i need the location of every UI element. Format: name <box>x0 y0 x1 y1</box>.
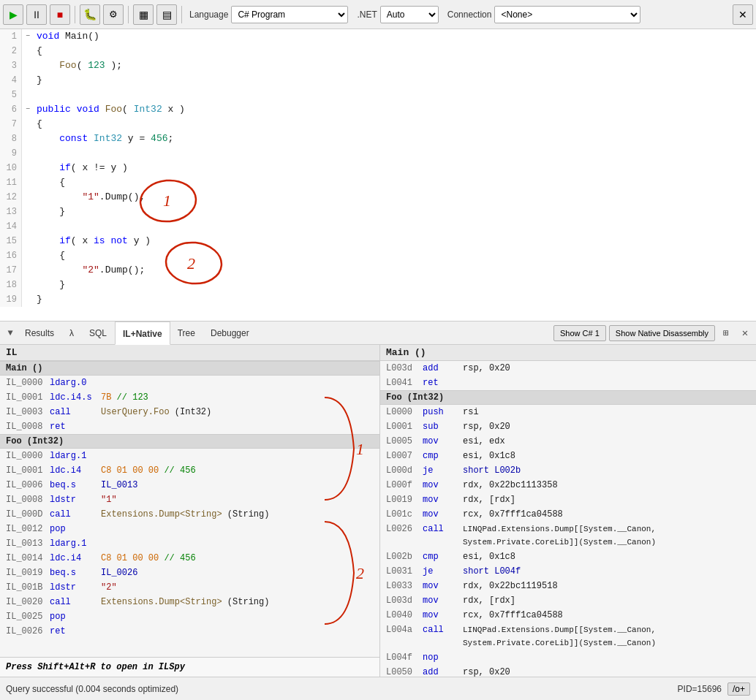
tab-lambda[interactable]: λ <box>62 322 82 345</box>
table-button[interactable]: ▤ <box>156 4 177 25</box>
line-content-2[interactable]: { <box>34 44 756 58</box>
stop-button[interactable]: ■ <box>50 4 70 25</box>
code-line-19: 19 } <box>0 292 756 307</box>
dotnet-select[interactable]: Auto <box>380 6 439 23</box>
nat-arg: rcx, 0x7fff1ca04588 <box>463 508 750 521</box>
tab-tree[interactable]: Tree <box>170 322 203 345</box>
il-arg: 7B // 123 <box>101 391 374 404</box>
nat-offset: L000f <box>386 479 423 492</box>
line-number-12: 12 <box>0 190 22 205</box>
nat-row: L0001 sub rsp, 0x20 <box>380 419 756 434</box>
grid-button[interactable]: ▦ <box>133 4 154 25</box>
il-op: ldarg.1 <box>50 449 101 463</box>
nat-row: L0050 add rsp, 0x20 <box>380 665 756 677</box>
line-content-11[interactable]: { <box>34 175 756 190</box>
nat-row: L0033 mov rdx, 0x22bc1119518 <box>380 579 756 593</box>
language-label: Language <box>189 9 228 20</box>
il-op: ldstr <box>50 493 101 506</box>
il-op: call <box>50 596 101 609</box>
line-content-3[interactable]: Foo( 123 ); <box>34 58 756 73</box>
collapse-1[interactable]: − <box>22 29 34 44</box>
tab-actions: Show C# 1 Show Native Disassembly ⊞ ✕ <box>553 325 753 341</box>
il-offset: IL_0020 <box>6 596 50 609</box>
tab-sql[interactable]: SQL <box>82 322 115 345</box>
line-number-10: 10 <box>0 161 22 175</box>
tab-scroll-left[interactable]: ▼ <box>3 326 18 341</box>
nat-offset: L0041 <box>386 376 423 389</box>
line-content-13[interactable]: } <box>34 205 756 219</box>
bottom-tab-bar: ▼ Results λ SQL IL+Native Tree Debugger … <box>0 322 756 345</box>
line-content-4[interactable]: } <box>34 73 756 88</box>
tab-results[interactable]: Results <box>18 322 62 345</box>
line-content-18[interactable]: } <box>34 278 756 292</box>
nat-row: L0031 je short L004f <box>380 564 756 579</box>
il-offset: IL_0014 <box>6 552 50 565</box>
il-row: IL_0000 ldarg.0 <box>0 376 379 390</box>
il-panel-content[interactable]: Main () IL_0000 ldarg.0 IL_0001 ldc.i4.s… <box>0 361 379 657</box>
line-content-6[interactable]: public void Foo( Int32 x ) <box>34 102 756 117</box>
code-line-18: 18 } <box>0 278 756 292</box>
nat-op: mov <box>423 479 463 492</box>
nat-op: ret <box>423 376 463 389</box>
il-arg: IL_0026 <box>101 566 374 579</box>
code-line-5: 5 <box>0 88 756 102</box>
line-content-19[interactable]: } <box>34 292 756 307</box>
il-arg: UserQuery.Foo (Int32) <box>101 406 374 419</box>
close-main-button[interactable]: ✕ <box>733 4 753 25</box>
line-content-16[interactable]: { <box>34 248 756 263</box>
nat-offset: L0019 <box>386 493 423 506</box>
il-op: call <box>50 406 101 419</box>
nat-offset: L003d <box>386 362 423 375</box>
language-select[interactable]: C# Program <box>231 6 348 23</box>
il-op: beq.s <box>50 479 101 492</box>
line-content-10[interactable]: if( x != y ) <box>34 161 756 175</box>
il-op: ldc.i4 <box>50 552 101 565</box>
line-content-1[interactable]: void Main() <box>34 29 756 44</box>
expand-panel-icon[interactable]: ⊞ <box>718 325 734 341</box>
native-panel-content[interactable]: L003d add rsp, 0x20 L0041 ret Foo (Int32… <box>380 361 756 677</box>
settings-button[interactable]: ⚙ <box>103 4 124 25</box>
nat-op: cmp <box>423 449 463 463</box>
nat-op: mov <box>423 493 463 506</box>
il-offset: IL_0003 <box>6 406 50 419</box>
nat-arg <box>463 376 750 389</box>
line-number-4: 4 <box>0 73 22 88</box>
line-content-7[interactable]: { <box>34 117 756 132</box>
close-panel-button[interactable]: ✕ <box>737 325 753 341</box>
nat-row: L0026 call LINQPad.Extensions.Dump[[Syst… <box>380 522 756 549</box>
code-line-10: 10 if( x != y ) <box>0 161 756 175</box>
il-arg: "2" <box>101 581 374 594</box>
code-line-2: 2 { <box>0 44 756 58</box>
nat-arg: esi, edx <box>463 435 750 448</box>
tab-debugger[interactable]: Debugger <box>203 322 257 345</box>
tab-il-native[interactable]: IL+Native <box>115 322 170 345</box>
line-number-1: 1 <box>0 29 22 44</box>
line-content-12[interactable]: "1".Dump(); <box>34 190 756 205</box>
line-content-15[interactable]: if( x is not y ) <box>34 234 756 248</box>
nat-offset: L000d <box>386 464 423 477</box>
pause-button[interactable]: ⏸ <box>26 4 47 25</box>
il-arg <box>101 376 374 389</box>
show-native-button[interactable]: Show Native Disassembly <box>609 325 715 341</box>
il-offset: IL_0006 <box>6 479 50 492</box>
il-arg: IL_0013 <box>101 479 374 492</box>
nat-op: add <box>423 362 463 375</box>
io-button[interactable]: /o+ <box>727 682 750 696</box>
line-content-8[interactable]: const Int32 y = 456; <box>34 132 756 146</box>
line-number-11: 11 <box>0 175 22 190</box>
nat-arg: rdx, 0x22bc1119518 <box>463 579 750 593</box>
line-number-18: 18 <box>0 278 22 292</box>
show-csharp-button[interactable]: Show C# 1 <box>553 325 606 341</box>
nat-row: L002b cmp esi, 0x1c8 <box>380 549 756 564</box>
nat-offset: L001c <box>386 508 423 521</box>
native-panel-header: Main () <box>380 345 756 361</box>
debug-button[interactable]: 🐛 <box>80 4 100 25</box>
il-row: IL_0020 call Extensions.Dump<String> (St… <box>0 595 379 609</box>
connection-select[interactable]: <None> <box>494 6 640 23</box>
line-content-17[interactable]: "2".Dump(); <box>34 263 756 278</box>
collapse-6[interactable]: − <box>22 102 34 117</box>
line-number-5: 5 <box>0 88 22 102</box>
il-row: IL_0014 ldc.i4 C8 01 00 00 // 456 <box>0 551 379 566</box>
run-button[interactable]: ▶ <box>3 4 23 25</box>
nat-offset: L0031 <box>386 565 423 578</box>
